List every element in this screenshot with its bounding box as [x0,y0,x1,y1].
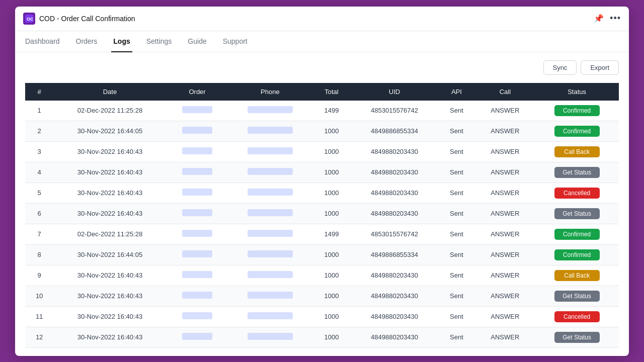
col-num: # [25,83,53,101]
status-badge[interactable]: Confirmed [554,249,600,260]
nav-orders[interactable]: Orders [74,31,100,52]
cell-uid: 4853015576742 [351,101,438,121]
nav-support[interactable]: Support [221,31,250,52]
nav-settings[interactable]: Settings [144,31,174,52]
cell-num: 2 [25,121,53,141]
cell-call: ANSWER [475,141,535,162]
cell-uid: 4849880203430 [351,306,438,327]
cell-total: 1000 [312,141,351,162]
cell-total: 1499 [312,224,351,244]
col-uid: UID [351,83,438,101]
app-icon: OC [23,13,35,25]
cell-total: 1000 [312,286,351,306]
status-badge[interactable]: Get Status [554,332,600,343]
titlebar-left: OC COD - Order Call Confirmation [23,13,135,25]
cell-status: Confirmed [535,244,619,265]
cell-uid: 4849880203430 [351,203,438,224]
cell-api: Sent [438,244,475,265]
more-icon[interactable]: ••• [610,13,621,24]
cell-api: Sent [438,306,475,327]
col-phone: Phone [228,83,312,101]
cell-date: 30-Nov-2022 16:40:43 [53,183,166,203]
nav-dashboard[interactable]: Dashboard [23,31,62,52]
status-badge[interactable]: Get Status [554,291,600,302]
logs-table: # Date Order Phone Total UID API Call St… [25,83,619,348]
cell-status: Confirmed [535,121,619,141]
cell-phone [228,183,312,203]
cell-status: Confirmed [535,101,619,121]
cell-phone [228,141,312,162]
cell-order [167,121,228,141]
col-call: Call [475,83,535,101]
cell-call: ANSWER [475,224,535,244]
status-badge[interactable]: Call Back [554,146,600,157]
cell-uid: 4849880203430 [351,183,438,203]
cell-call: ANSWER [475,265,535,286]
navbar: Dashboard Orders Logs Settings Guide Sup… [15,31,629,52]
cell-num: 6 [25,203,53,224]
cell-num: 3 [25,141,53,162]
status-badge[interactable]: Cancelled [554,311,600,322]
cell-total: 1000 [312,306,351,327]
cell-order [167,141,228,162]
cell-date: 30-Nov-2022 16:40:43 [53,306,166,327]
col-api: API [438,83,475,101]
pin-icon[interactable]: 📌 [594,14,604,23]
content-area: Sync Export # Date Order Phone Total UID… [15,52,629,356]
svg-text:OC: OC [27,17,33,22]
cell-call: ANSWER [475,306,535,327]
cell-api: Sent [438,224,475,244]
status-badge[interactable]: Call Back [554,270,600,281]
cell-api: Sent [438,141,475,162]
cell-call: ANSWER [475,327,535,347]
cell-order [167,224,228,244]
status-badge[interactable]: Get Status [554,208,600,219]
cell-total: 1000 [312,183,351,203]
status-badge[interactable]: Confirmed [554,105,600,116]
table-row: 12 30-Nov-2022 16:40:43 1000 48498802034… [25,327,619,347]
cell-num: 4 [25,162,53,183]
cell-status: Get Status [535,286,619,306]
cell-date: 30-Nov-2022 16:40:43 [53,286,166,306]
cell-num: 9 [25,265,53,286]
cell-total: 1000 [312,162,351,183]
nav-guide[interactable]: Guide [186,31,208,52]
cell-phone [228,244,312,265]
table-row: 8 30-Nov-2022 16:44:05 1000 484988685533… [25,244,619,265]
cell-phone [228,101,312,121]
col-total: Total [312,83,351,101]
cell-status: Get Status [535,203,619,224]
status-badge[interactable]: Confirmed [554,229,600,240]
col-date: Date [53,83,166,101]
status-badge[interactable]: Confirmed [554,126,600,137]
cell-order [167,162,228,183]
cell-uid: 4849880203430 [351,162,438,183]
table-row: 3 30-Nov-2022 16:40:43 1000 484988020343… [25,141,619,162]
cell-num: 11 [25,306,53,327]
cell-api: Sent [438,183,475,203]
cell-total: 1000 [312,327,351,347]
status-badge[interactable]: Get Status [554,167,600,178]
status-badge[interactable]: Cancelled [554,188,600,199]
table-row: 5 30-Nov-2022 16:40:43 1000 484988020343… [25,183,619,203]
cell-uid: 4853015576742 [351,224,438,244]
cell-num: 1 [25,101,53,121]
col-order: Order [167,83,228,101]
cell-date: 30-Nov-2022 16:44:05 [53,121,166,141]
cell-total: 1000 [312,203,351,224]
cell-phone [228,265,312,286]
cell-order [167,183,228,203]
cell-order [167,203,228,224]
cell-date: 30-Nov-2022 16:40:43 [53,162,166,183]
cell-order [167,101,228,121]
cell-num: 10 [25,286,53,306]
cell-api: Sent [438,265,475,286]
cell-status: Call Back [535,265,619,286]
titlebar-title: COD - Order Call Confirmation [39,15,135,23]
nav-logs[interactable]: Logs [111,31,132,52]
export-button[interactable]: Export [581,60,619,75]
sync-button[interactable]: Sync [543,60,577,75]
cell-api: Sent [438,121,475,141]
cell-num: 7 [25,224,53,244]
cell-num: 8 [25,244,53,265]
